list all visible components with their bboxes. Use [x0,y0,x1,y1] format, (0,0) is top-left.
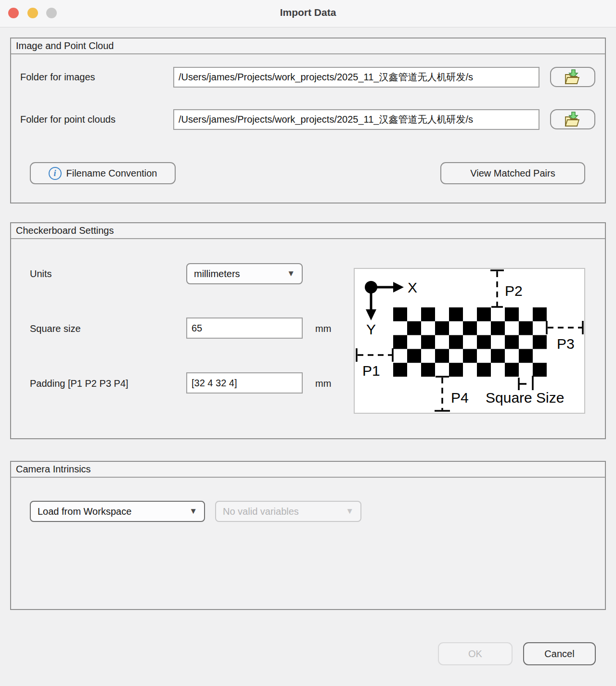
folder-import-icon [563,112,582,127]
window-title: Import Data [0,7,616,18]
filename-convention-button[interactable]: i Filename Convention [30,162,176,184]
intrinsics-variable-value: No valid variables [223,506,299,517]
folder-pointclouds-label: Folder for point clouds [20,114,116,125]
units-dropdown[interactable]: millimeters ▼ [186,263,303,284]
filename-convention-label: Filename Convention [66,168,157,179]
p3-measure [547,321,583,334]
view-matched-pairs-label: View Matched Pairs [470,168,555,179]
section-title: Camera Intrinsics [11,462,605,478]
browse-pointclouds-button[interactable] [550,109,595,129]
cancel-button[interactable]: Cancel [523,642,596,665]
chevron-down-icon: ▼ [189,507,197,516]
section-title: Checkerboard Settings [11,223,605,239]
section-title: Image and Point Cloud [11,38,605,54]
p1-label: P1 [362,363,380,379]
p3-label: P3 [557,336,575,352]
p4-measure [435,377,450,411]
p2-measure [490,270,504,307]
square-size-unit: mm [315,323,331,334]
p2-label: P2 [505,283,523,299]
p1-measure [357,348,393,362]
square-size-input[interactable] [186,318,303,339]
chevron-down-icon: ▼ [287,269,295,279]
folder-images-input[interactable] [173,67,539,88]
x-axis-label: X [408,279,417,295]
browse-images-button[interactable] [550,67,595,87]
folder-pointclouds-input[interactable] [173,109,539,130]
y-axis-label: Y [366,321,376,337]
units-label: Units [30,268,52,279]
units-value: millimeters [194,268,240,279]
checkerboard-diagram: X Y P2 P3 P1 P4 [354,268,585,414]
intrinsics-variable-dropdown: No valid variables ▼ [215,501,361,522]
cancel-label: Cancel [544,648,574,660]
section-camera-intrinsics: Camera Intrinsics [10,461,606,610]
padding-label: Padding [P1 P2 P3 P4] [30,378,128,389]
folder-import-icon [563,69,582,85]
intrinsics-source-value: Load from Workspace [38,506,131,517]
intrinsics-source-dropdown[interactable]: Load from Workspace ▼ [30,501,205,522]
chevron-down-icon: ▼ [346,507,354,516]
info-icon: i [49,167,62,180]
folder-images-label: Folder for images [20,72,95,83]
padding-input[interactable] [186,372,303,394]
title-bar: Import Data [0,0,616,27]
padding-unit: mm [315,378,331,389]
ok-label: OK [468,648,482,660]
checkerboard-grid [393,307,547,377]
checkerboard-diagram-svg: X Y P2 P3 P1 P4 [355,269,584,413]
square-size-measure [519,376,533,390]
p4-label: P4 [451,390,469,406]
ok-button: OK [438,642,513,665]
square-size-diagram-label: Square Size [486,390,564,406]
view-matched-pairs-button[interactable]: View Matched Pairs [440,162,585,184]
square-size-label: Square size [30,323,81,334]
